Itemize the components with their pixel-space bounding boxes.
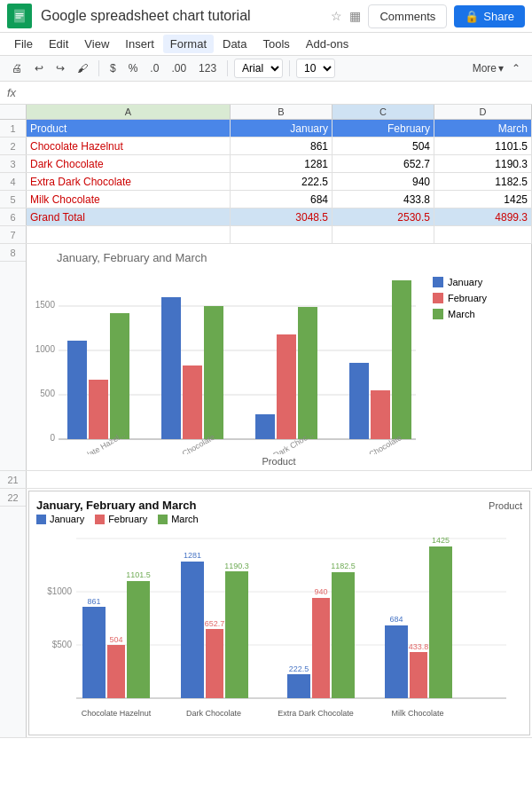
cell-total-feb[interactable]: 2530.5 <box>332 208 434 225</box>
print-button[interactable]: 🖨 <box>7 59 27 77</box>
cell-feb-2[interactable]: 652.7 <box>332 155 434 172</box>
svg-text:$500: $500 <box>52 640 73 649</box>
star-icon[interactable]: ☆ <box>331 9 342 23</box>
font-size-select[interactable]: 10 <box>296 59 335 78</box>
folder-icon[interactable]: ▦ <box>349 9 361 23</box>
cell-mar-3[interactable]: 1182.5 <box>434 173 532 190</box>
bar-2-mar <box>204 306 223 439</box>
paint-format-button[interactable]: 🖌 <box>73 59 92 77</box>
header-product[interactable]: Product <box>27 120 231 137</box>
font-select[interactable]: Arial <box>234 59 283 78</box>
header-mar[interactable]: March <box>434 120 532 137</box>
header-jan[interactable]: January <box>231 120 332 137</box>
chart1-title: January, February and March <box>30 251 528 264</box>
chart1-wrapper[interactable]: January, February and March 0 500 1000 1… <box>27 244 531 470</box>
chart2-xlabel-3: Extra Dark Chocolate <box>278 709 354 718</box>
chart2-bar-1-feb <box>107 645 125 698</box>
chart2-label-2-jan: 1281 <box>184 551 201 560</box>
cell-feb-3[interactable]: 940 <box>332 173 434 190</box>
bar-1-mar <box>110 313 129 439</box>
redo-button[interactable]: ↪ <box>51 59 69 77</box>
chart2-bar-2-jan <box>181 562 204 698</box>
chart2-titlebar: January, February and March Product <box>36 499 522 512</box>
bar-4-jan <box>349 363 369 439</box>
cell-feb-1[interactable]: 504 <box>332 138 434 154</box>
share-button[interactable]: 🔒 Share <box>454 5 525 28</box>
cell-product-4[interactable]: Milk Chocolate <box>27 191 231 208</box>
chart2-bar-3-feb <box>312 598 330 698</box>
spreadsheet: A B C D 1 Product January February March… <box>0 105 532 244</box>
cell-mar-4[interactable]: 1425 <box>434 191 532 208</box>
cell-mar-2[interactable]: 1190.3 <box>434 155 532 172</box>
bar-4-mar <box>392 280 411 439</box>
cell-product-1[interactable]: Chocolate Hazelnut <box>27 138 231 154</box>
empty-7b <box>231 226 332 243</box>
chart2-label-1-jan: 861 <box>87 597 100 606</box>
chart2-xlabel-2: Dark Chocolate <box>186 709 241 718</box>
chart2-product-label: Product <box>489 500 522 511</box>
cell-feb-4[interactable]: 433.8 <box>332 191 434 208</box>
chart2-label-3-jan: 222.5 <box>289 664 309 673</box>
menu-data[interactable]: Data <box>215 35 254 53</box>
undo-button[interactable]: ↩ <box>30 59 48 77</box>
chart2-bar-3-jan <box>287 674 310 698</box>
empty-21 <box>27 471 532 488</box>
chart2-legend-feb: February <box>95 514 147 524</box>
table-row: 4 Extra Dark Chocolate 222.5 940 1182.5 <box>0 173 532 191</box>
chart1-svg: 0 500 1000 1500 <box>30 268 429 454</box>
row-num-3: 3 <box>0 155 27 172</box>
row-num-header <box>0 105 27 119</box>
col-header-c: C <box>332 105 434 119</box>
col-header-a: A <box>27 105 231 119</box>
app-icon <box>7 4 32 28</box>
chart2-xlabel-4: Milk Chocolate <box>391 709 443 718</box>
header-feb[interactable]: February <box>332 120 434 137</box>
bar-3-feb <box>277 334 296 439</box>
cell-jan-4[interactable]: 684 <box>231 191 332 208</box>
row-num-8: 8 <box>0 244 26 262</box>
menu-view[interactable]: View <box>77 35 116 53</box>
cell-product-2[interactable]: Dark Chocolate <box>27 155 231 172</box>
menu-insert[interactable]: Insert <box>118 35 161 53</box>
menu-format[interactable]: Format <box>163 35 214 53</box>
menu-bar: File Edit View Insert Format Data Tools … <box>0 33 532 56</box>
currency-button[interactable]: $ <box>106 59 121 77</box>
inc-decimal-button[interactable]: .00 <box>167 59 191 77</box>
cell-jan-2[interactable]: 1281 <box>231 155 332 172</box>
cell-jan-1[interactable]: 861 <box>231 138 332 154</box>
cell-total-mar[interactable]: 4899.3 <box>434 208 532 225</box>
cell-total-jan[interactable]: 3048.5 <box>231 208 332 225</box>
row-21: 21 <box>0 471 532 489</box>
chart2-container[interactable]: January, February and March Product Janu… <box>27 489 532 737</box>
table-row: 5 Milk Chocolate 684 433.8 1425 <box>0 191 532 208</box>
chart2-row-nums: 22 <box>0 489 27 737</box>
svg-text:1000: 1000 <box>35 344 56 354</box>
collapse-toolbar-button[interactable]: ⌃ <box>507 59 525 77</box>
chart2-label-2-mar: 1190.3 <box>224 562 249 570</box>
chart2-bar-1-jan <box>82 607 106 698</box>
menu-tools[interactable]: Tools <box>255 35 296 53</box>
legend-color-jan <box>433 277 443 287</box>
row-num-6: 6 <box>0 208 27 225</box>
percent-button[interactable]: % <box>124 59 143 77</box>
chart2-label-1-feb: 504 <box>109 635 122 644</box>
comments-button[interactable]: Comments <box>368 4 447 28</box>
menu-addons[interactable]: Add-ons <box>299 35 356 53</box>
svg-text:0: 0 <box>50 433 55 443</box>
format-number-button[interactable]: 123 <box>194 59 221 77</box>
bar-1-jan <box>67 341 87 439</box>
cell-product-3[interactable]: Extra Dark Chocolate <box>27 173 231 190</box>
menu-edit[interactable]: Edit <box>42 35 75 53</box>
cell-total-label[interactable]: Grand Total <box>27 208 231 225</box>
table-row: 2 Chocolate Hazelnut 861 504 1101.5 <box>0 138 532 155</box>
cell-mar-1[interactable]: 1101.5 <box>434 138 532 154</box>
formula-input[interactable] <box>21 86 525 99</box>
chart1-rows: 8 January, February and March 0 500 1000… <box>0 244 532 471</box>
more-toolbar-button[interactable]: More ▾ <box>473 62 504 75</box>
dec-decimal-button[interactable]: .0 <box>145 59 163 77</box>
row-num-7: 7 <box>0 226 27 243</box>
table-row: 1 Product January February March <box>0 120 532 138</box>
cell-jan-3[interactable]: 222.5 <box>231 173 332 190</box>
legend-item-jan: January <box>433 277 487 287</box>
menu-file[interactable]: File <box>7 35 40 53</box>
